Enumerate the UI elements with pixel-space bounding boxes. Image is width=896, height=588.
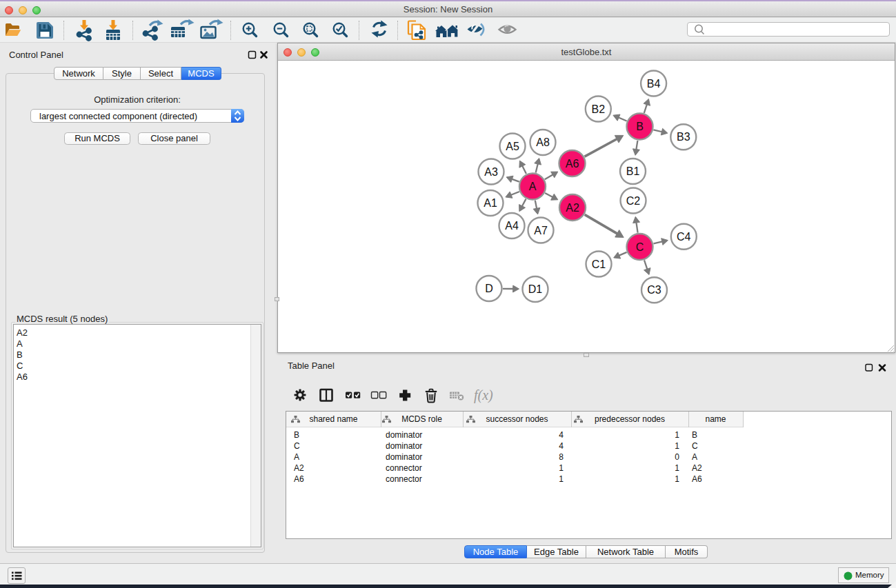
svg-text:C2: C2 [626,195,641,207]
svg-text:B2: B2 [592,103,606,115]
svg-text:A4: A4 [505,220,519,232]
svg-text:D: D [485,283,493,294]
svg-text:A8: A8 [536,136,550,148]
svg-text:A2: A2 [566,202,579,214]
svg-text:C: C [636,241,644,253]
svg-text:D1: D1 [528,283,543,295]
svg-text:C1: C1 [592,258,606,270]
svg-text:B1: B1 [626,165,640,177]
svg-text:f(x): f(x) [474,387,493,403]
svg-text:C4: C4 [677,231,691,243]
svg-text:A: A [529,181,537,192]
svg-text:A1: A1 [484,197,497,209]
svg-text:A6: A6 [566,158,579,170]
svg-text:B3: B3 [677,131,690,143]
svg-text:B: B [636,121,644,132]
svg-text:B4: B4 [647,78,661,90]
svg-text:A5: A5 [506,141,519,152]
svg-text:A7: A7 [534,225,548,236]
svg-text:A3: A3 [484,166,498,178]
svg-text:C3: C3 [647,284,661,296]
